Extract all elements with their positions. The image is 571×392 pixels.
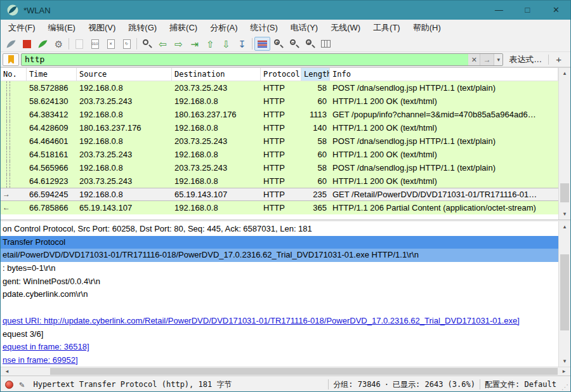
save-file-icon[interactable]: 010	[87, 37, 103, 51]
detail-line[interactable]: etail/PowerDVD/DVD171031-01/TR171116-018…	[1, 249, 558, 262]
minimize-button[interactable]: —	[485, 1, 513, 20]
display-filter-input[interactable]	[22, 54, 468, 65]
status-profile[interactable]: 配置文件: Default	[485, 379, 556, 390]
packet-row[interactable]: 64.428609180.163.237.176192.168.0.8HTTP1…	[1, 121, 558, 134]
column-header-info[interactable]: Info	[330, 68, 558, 81]
stop-capture-icon[interactable]	[19, 37, 35, 51]
menu-item-wireless[interactable]: 无线(W)	[324, 22, 367, 34]
col-destination: 192.168.0.8	[172, 95, 261, 108]
detail-scroll-thumb[interactable]	[560, 254, 569, 330]
col-destination: 192.168.0.8	[172, 174, 261, 188]
detail-line[interactable]: quest URI: http://update.cyberlink.com/R…	[1, 315, 558, 328]
filter-clear-button[interactable]: ✕	[468, 54, 480, 65]
detail-line[interactable]: pdate.cyberlink.com\r\n	[1, 288, 558, 301]
menu-item-help[interactable]: 帮助(H)	[407, 22, 447, 34]
packet-row[interactable]: 64.383412192.168.0.8180.163.237.176HTTP1…	[1, 108, 558, 121]
display-filter-field: ✕ → ▾	[21, 53, 503, 66]
col-no	[1, 121, 27, 134]
add-filter-button[interactable]: +	[556, 54, 561, 65]
menu-item-statistics[interactable]: 统计(S)	[244, 22, 284, 34]
open-file-icon[interactable]	[71, 37, 87, 51]
find-packet-icon[interactable]	[139, 37, 155, 51]
go-to-packet-icon[interactable]: ⇥	[187, 37, 202, 51]
scroll-left-icon[interactable]: ◂	[2, 367, 12, 376]
resize-grip-icon[interactable]: ⋰	[561, 383, 568, 391]
menu-item-tools[interactable]: 工具(T)	[367, 22, 407, 34]
go-forward-icon[interactable]: ⇨	[171, 37, 187, 51]
capture-comment-icon[interactable]: ✎	[19, 379, 24, 389]
menu-item-file[interactable]: 文件(F)	[2, 22, 42, 34]
col-time: 58.572886	[27, 81, 77, 95]
detail-line[interactable]: nse in frame: 69952]	[1, 354, 558, 367]
filter-separator	[548, 55, 549, 65]
start-capture-icon[interactable]	[3, 37, 19, 51]
detail-line[interactable]: on Control Protocol, Src Port: 60258, Ds…	[1, 223, 558, 236]
capture-options-icon[interactable]: ⚙	[51, 37, 67, 51]
packet-row[interactable]: 64.518161203.73.25.243192.168.0.8HTTP60H…	[1, 148, 558, 161]
menu-item-capture[interactable]: 捕获(C)	[163, 22, 204, 34]
toolbar-separator	[252, 38, 253, 49]
menu-item-telephony[interactable]: 电话(Y)	[284, 22, 324, 34]
expression-button[interactable]: 表达式…	[509, 54, 542, 65]
column-header-no[interactable]: No.	[1, 68, 27, 81]
detail-line[interactable]: : bytes=0-1\r\n	[1, 262, 558, 275]
packet-row[interactable]: 64.612923203.73.25.243192.168.0.8HTTP60H…	[1, 174, 558, 188]
resize-columns-icon[interactable]	[318, 37, 334, 51]
maximize-button[interactable]: □	[513, 1, 542, 20]
colorize-icon[interactable]	[254, 37, 270, 51]
col-time: 64.464601	[27, 134, 77, 148]
col-no: →	[1, 188, 27, 200]
col-time: 66.785866	[27, 201, 77, 214]
go-last-icon[interactable]: ⇩	[218, 37, 234, 51]
column-header-destination[interactable]: Destination	[172, 68, 261, 81]
col-no	[1, 161, 27, 174]
scroll-right-icon[interactable]: ▸	[559, 367, 569, 376]
status-separator	[328, 379, 329, 389]
horizontal-scrollbar[interactable]: ◂ ▸	[1, 367, 570, 376]
packet-row[interactable]: 64.464601192.168.0.8203.73.25.243HTTP58P…	[1, 134, 558, 148]
column-header-protocol[interactable]: Protocol	[261, 68, 301, 81]
autoscroll-icon[interactable]: ↧	[234, 37, 250, 51]
detail-line[interactable]: Transfer Protocol	[1, 236, 558, 249]
menu-item-go[interactable]: 跳转(G)	[122, 22, 163, 34]
go-first-icon[interactable]: ⇧	[202, 37, 218, 51]
scroll-up-icon[interactable]: ▴	[559, 68, 570, 79]
packet-row[interactable]: →66.594245192.168.0.865.19.143.107HTTP23…	[1, 188, 558, 201]
packet-list-header: No.TimeSourceDestinationProtocolLengthIn…	[1, 68, 558, 81]
reload-file-icon[interactable]: ↻	[119, 37, 135, 51]
packet-row[interactable]: ←66.78586665.19.143.107192.168.0.8HTTP36…	[1, 201, 558, 214]
conversation-line-icon	[6, 108, 7, 121]
packet-row[interactable]: 58.624130203.73.25.243192.168.0.8HTTP60H…	[1, 95, 558, 108]
zoom-reset-icon[interactable]: =	[302, 37, 318, 51]
detail-line[interactable]: gent: WinInetPost/0.0.4\r\n	[1, 275, 558, 289]
scroll-down-icon[interactable]: ▾	[559, 356, 570, 367]
column-header-length[interactable]: Length	[301, 68, 330, 81]
menu-item-analyze[interactable]: 分析(A)	[204, 22, 244, 34]
horizontal-scroll-thumb[interactable]	[50, 368, 558, 375]
close-button[interactable]: ✕	[542, 1, 570, 20]
detail-scrollbar[interactable]: ▴ ▾	[558, 221, 570, 367]
filter-bar: ✕ → ▾ 表达式… +	[1, 52, 570, 67]
scroll-up-icon[interactable]: ▴	[559, 221, 570, 232]
zoom-in-icon[interactable]: +	[270, 37, 286, 51]
packet-row[interactable]: 64.565966192.168.0.8203.73.25.243HTTP58P…	[1, 161, 558, 174]
filter-dropdown-button[interactable]: ▾	[494, 54, 502, 65]
packet-row[interactable]: 58.572886192.168.0.8203.73.25.243HTTP58P…	[1, 81, 558, 95]
go-back-icon[interactable]: ⇦	[155, 37, 171, 51]
filter-bookmark-button[interactable]	[3, 53, 19, 66]
column-header-source[interactable]: Source	[77, 68, 172, 81]
filter-apply-button[interactable]: →	[480, 54, 494, 65]
menu-item-view[interactable]: 视图(V)	[82, 22, 122, 34]
zoom-out-icon[interactable]: −	[286, 37, 302, 51]
packet-list-scroll-thumb[interactable]	[560, 183, 569, 202]
menu-item-edit[interactable]: 编辑(E)	[42, 22, 82, 34]
column-header-time[interactable]: Time	[27, 68, 77, 81]
packet-list-scrollbar[interactable]: ▴ ▾	[558, 68, 570, 219]
scroll-down-icon[interactable]: ▾	[559, 209, 570, 219]
close-file-icon[interactable]: ✕	[103, 37, 119, 51]
conversation-line-icon	[6, 121, 7, 134]
detail-line[interactable]: equest in frame: 36518]	[1, 341, 558, 354]
expert-info-icon[interactable]	[5, 381, 13, 389]
detail-line[interactable]: equest 3/6]	[1, 328, 558, 341]
restart-capture-icon[interactable]	[35, 37, 51, 51]
